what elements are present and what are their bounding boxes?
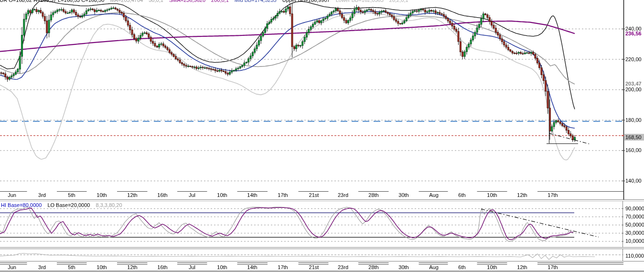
- date-label-bottom: Jun: [1, 264, 22, 270]
- date-label-bottom: 5th: [61, 264, 82, 270]
- date-label-bottom: 3rd: [32, 264, 53, 270]
- date-label: 12th: [122, 192, 143, 198]
- sma200-params: 200,0,1: [211, 0, 229, 3]
- date-label: 10th: [482, 192, 503, 198]
- price-tick-label: 160,00: [625, 147, 642, 153]
- date-label: 17th: [272, 192, 293, 198]
- date-label: 21st: [303, 192, 324, 198]
- stoch-tick-label: 70,0000: [625, 214, 644, 219]
- date-label-bottom: 16th: [152, 264, 173, 270]
- date-label-bottom: Jul: [182, 264, 203, 270]
- date-label: 12th: [512, 192, 533, 198]
- date-label-bottom: 10th: [212, 264, 233, 270]
- date-label-bottom: 17th: [272, 264, 293, 270]
- chart-canvas[interactable]: [0, 0, 644, 272]
- date-label: 5th: [61, 192, 82, 198]
- date-label: 6th: [451, 192, 472, 198]
- date-label: Jul: [182, 192, 203, 198]
- date-label: 10th: [91, 192, 112, 198]
- date-label-bottom: 10th: [91, 264, 112, 270]
- date-label-bottom: 12th: [122, 264, 143, 270]
- lower-bb-readout: Lower BB=162,0563: [336, 0, 384, 3]
- ma50-readout: MA=203,4704: [110, 0, 143, 3]
- date-label-bottom: 10th: [482, 264, 503, 270]
- date-label: 17th: [542, 192, 563, 198]
- price-tick-label: 220,00: [625, 56, 642, 62]
- date-label: 14th: [242, 192, 263, 198]
- date-label-bottom: 21st: [303, 264, 324, 270]
- indicator-value-label: 203,47: [625, 81, 642, 87]
- date-label: 28th: [363, 192, 384, 198]
- main-chart-legend: EUR O=168,02 H=169,37 L=166,53 C=168,50 …: [0, 0, 413, 3]
- date-label-bottom: 14th: [242, 264, 263, 270]
- date-label: 30th: [393, 192, 414, 198]
- upper-bb-readout: Upper BB=186,9907: [282, 0, 330, 3]
- stoch-tick-label: 50,0000: [625, 222, 644, 228]
- price-tick-label: 180,00: [625, 117, 642, 123]
- indicator-value-label: 236,56: [625, 31, 642, 36]
- stoch-tick-label: 90,0000: [625, 206, 644, 211]
- ma50-params: 50,0,1: [149, 0, 163, 3]
- stoch-params: 8,3,3,80,20: [96, 202, 122, 208]
- charting-workspace: EUR O=168,02 H=169,37 L=166,53 C=168,50 …: [0, 0, 644, 272]
- date-label: 10th: [212, 192, 233, 198]
- stochastic-legend: HI Base=80,0000 LO Base=20,0000 8,3,3,80…: [1, 203, 127, 208]
- date-label-bottom: 28th: [363, 264, 384, 270]
- price-tick-label: 140,00: [625, 178, 642, 184]
- date-label-bottom: Aug: [423, 264, 444, 270]
- stoch-hi-base: HI Base=80,0000: [1, 202, 42, 208]
- mid-bb-readout: Mid BB=174,5235: [235, 0, 277, 3]
- last-price-tag: 168,50: [624, 134, 644, 141]
- date-label-bottom: 23rd: [333, 264, 354, 270]
- date-label-bottom: 17th: [542, 264, 563, 270]
- date-label: 16th: [152, 192, 173, 198]
- stoch-tick-label: 30,0000: [625, 230, 644, 236]
- date-label-bottom: 6th: [451, 264, 472, 270]
- stoch-tick-label: 10,0000: [625, 238, 644, 244]
- aux-tick-label: 110,0000: [625, 253, 644, 259]
- date-label-bottom: 12th: [512, 264, 533, 270]
- date-label: Jun: [1, 192, 22, 198]
- price-tick-label: 200,00: [625, 87, 642, 92]
- ohlc-readout: EUR O=168,02 H=169,37 L=166,53 C=168,50: [0, 0, 104, 3]
- date-label: 3rd: [32, 192, 53, 198]
- bb-params: 20,2,0,1: [389, 0, 408, 3]
- stoch-lo-base: LO Base=20,0000: [47, 202, 90, 208]
- date-label: 23rd: [333, 192, 354, 198]
- sma200-readout: SMA=236,5620: [169, 0, 205, 3]
- date-label-bottom: 30th: [393, 264, 414, 270]
- date-label: Aug: [423, 192, 444, 198]
